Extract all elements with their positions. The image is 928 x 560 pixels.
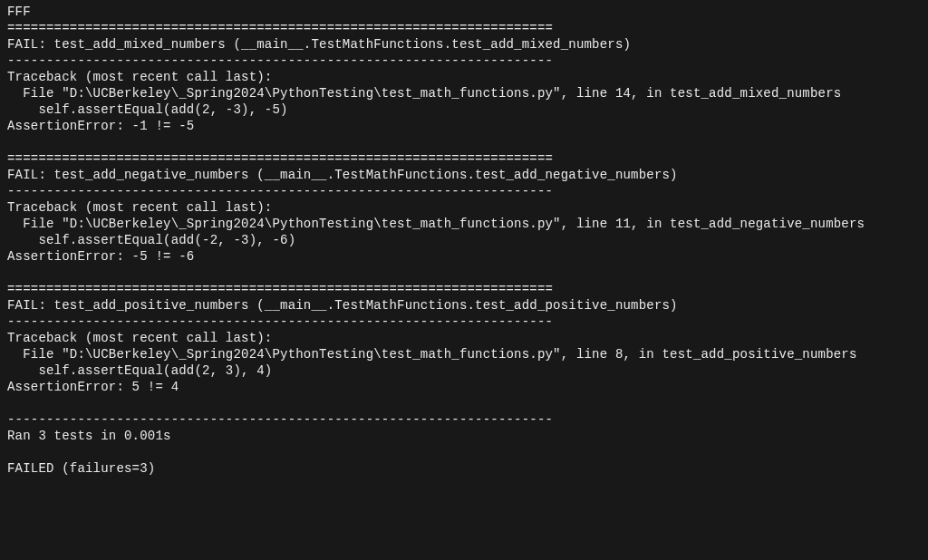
separator-double: ========================================… [7,282,553,296]
test-run-summary: Ran 3 tests in 0.001s [7,429,171,443]
traceback-file-line: File "D:\UCBerkeley\_Spring2024\PythonTe… [7,86,841,101]
failed-summary: FAILED (failures=3) [7,461,155,476]
traceback-file-line: File "D:\UCBerkeley\_Spring2024\PythonTe… [7,347,857,362]
fail-header-negative: FAIL: test_add_negative_numbers (__main_… [7,168,678,182]
separator-double: ========================================… [7,151,553,166]
traceback-header: Traceback (most recent call last): [7,70,272,84]
separator-dash: ----------------------------------------… [7,53,553,68]
separator-double: ========================================… [7,21,553,35]
separator-dash: ----------------------------------------… [7,412,553,427]
separator-dash: ----------------------------------------… [7,184,553,198]
fail-header-positive: FAIL: test_add_positive_numbers (__main_… [7,298,678,313]
traceback-code-line: self.assertEqual(add(-2, -3), -6) [7,233,295,247]
traceback-code-line: self.assertEqual(add(2, 3), 4) [7,363,272,378]
traceback-header: Traceback (most recent call last): [7,331,272,345]
separator-dash: ----------------------------------------… [7,314,553,329]
assertion-error: AssertionError: -1 != -5 [7,119,194,133]
traceback-code-line: self.assertEqual(add(2, -3), -5) [7,102,288,117]
assertion-error: AssertionError: -5 != -6 [7,249,194,264]
test-status-summary: FFF [7,5,31,19]
assertion-error: AssertionError: 5 != 4 [7,380,179,394]
fail-header-mixed: FAIL: test_add_mixed_numbers (__main__.T… [7,37,631,52]
traceback-file-line: File "D:\UCBerkeley\_Spring2024\PythonTe… [7,217,865,231]
traceback-header: Traceback (most recent call last): [7,200,272,215]
terminal-output[interactable]: FFF ====================================… [0,0,928,484]
